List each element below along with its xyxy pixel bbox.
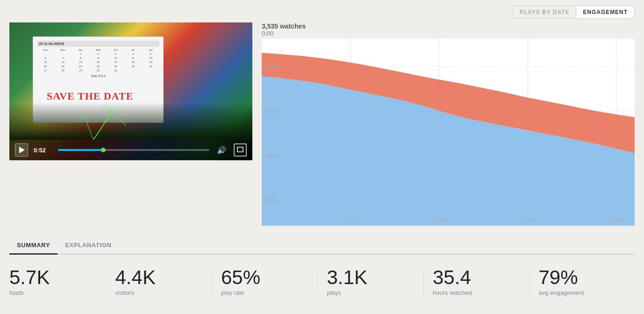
plays-by-date-tab[interactable]: PLAYS BY DATE [513, 6, 576, 19]
play-icon [19, 147, 25, 153]
svg-text:75%: 75% [265, 108, 277, 115]
svg-text:0:40: 0:40 [612, 217, 623, 224]
explanation-tab[interactable]: EXPLANATION [57, 237, 119, 255]
stat-item-visitors: 4.4Kvisitors [106, 268, 212, 296]
volume-icon: 🔊 [217, 146, 226, 155]
video-panel: AT-A-GLANCE SunMonTueWedThuFriSat 12345 … [9, 22, 252, 160]
stat-value-5: 79% [539, 268, 578, 287]
summary-section: SUMMARY EXPLANATION 5.7Kloads4.4Kvisitor… [0, 237, 644, 305]
progress-bar[interactable] [58, 149, 209, 151]
svg-text:0:20: 0:20 [435, 217, 446, 224]
svg-line-1 [112, 112, 126, 126]
summary-tabs: SUMMARY EXPLANATION [9, 237, 635, 255]
svg-rect-5 [237, 147, 243, 152]
main-content: AT-A-GLANCE SunMonTueWedThuFriSat 12345 … [0, 22, 644, 226]
stat-value-2: 65% [221, 268, 260, 287]
svg-text:25%: 25% [265, 197, 277, 204]
stat-value-0: 5.7K [9, 268, 50, 287]
volume-button[interactable]: 🔊 [215, 143, 228, 157]
stat-label-1: visitors [115, 289, 134, 296]
video-container: AT-A-GLANCE SunMonTueWedThuFriSat 12345 … [9, 22, 252, 160]
stat-label-4: hours watched [433, 289, 472, 296]
svg-text:0:10: 0:10 [346, 217, 358, 224]
top-navigation: PLAYS BY DATE ENGAGEMENT [0, 0, 644, 22]
calendar-grid: SunMonTueWedThuFriSat 12345 6789101112 1… [37, 49, 159, 72]
svg-line-4 [84, 116, 93, 140]
stat-item-plays: 3.1Kplays [318, 268, 424, 296]
svg-text:100%: 100% [265, 64, 280, 71]
svg-line-3 [112, 107, 122, 112]
stat-value-4: 35.4 [433, 268, 471, 287]
stat-item-hours-watched: 35.4hours watched [423, 268, 530, 296]
progress-dot [101, 148, 106, 152]
stat-label-2: play rate [221, 289, 244, 296]
engagement-tab[interactable]: ENGAGEMENT [576, 6, 635, 19]
video-controls: 0:52 🔊 [9, 140, 252, 160]
time-display: 0:52 [34, 147, 52, 154]
calendar-header: AT-A-GLANCE [37, 41, 159, 47]
chart-watches-label: 3,535 watches [262, 22, 635, 30]
stat-value-1: 4.4K [115, 268, 156, 287]
stat-item-play-rate: 65%play rate [212, 268, 318, 296]
chart-header: 3,535 watches 0:00 [262, 22, 635, 37]
chart-svg: 100% 75% 50% 25% 0:10 0:20 0:30 0:40 [262, 39, 635, 226]
stat-item-avg-engagement: 79%avg engagement [530, 268, 635, 296]
chart-panel: 3,535 watches 0:00 [262, 22, 635, 226]
stat-label-5: avg engagement [539, 289, 584, 296]
play-button[interactable] [15, 143, 28, 157]
fullscreen-icon [237, 147, 243, 153]
progress-fill [58, 149, 103, 151]
stat-label-0: loads [9, 289, 24, 296]
fullscreen-button[interactable] [234, 143, 247, 157]
stat-value-3: 3.1K [327, 268, 367, 287]
stat-label-3: plays [327, 289, 341, 296]
svg-text:50%: 50% [265, 152, 277, 159]
svg-line-2 [103, 105, 112, 112]
chart-time-label: 0:00 [262, 30, 635, 37]
stats-row: 5.7Kloads4.4Kvisitors65%play rate3.1Kpla… [9, 255, 635, 305]
fireworks-decoration [9, 102, 252, 140]
svg-line-0 [93, 112, 112, 140]
save-the-date-text: Save the Date [47, 90, 133, 102]
svg-text:0:30: 0:30 [523, 217, 535, 224]
stat-item-loads: 5.7Kloads [9, 268, 106, 296]
summary-tab[interactable]: SUMMARY [9, 237, 57, 255]
engagement-chart: 100% 75% 50% 25% 0:10 0:20 0:30 0:40 [262, 39, 635, 226]
